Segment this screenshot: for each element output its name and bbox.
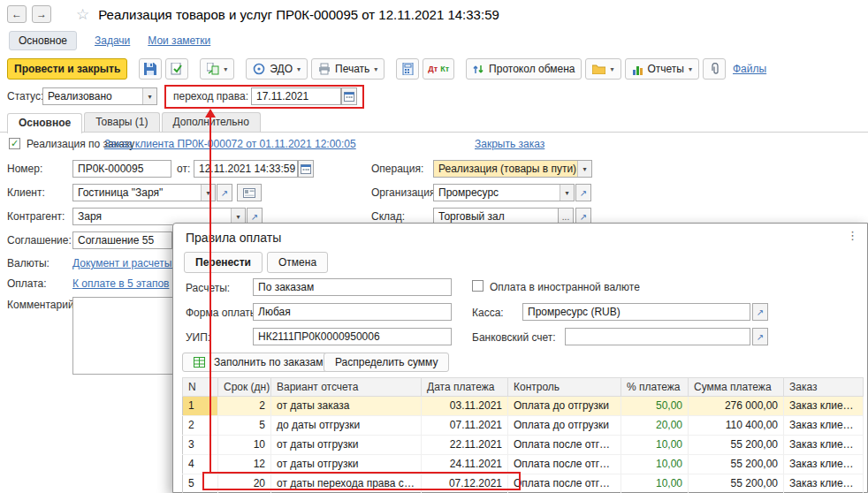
table-row[interactable]: 1 2 от даты заказа 03.11.2021 Оплата до … xyxy=(183,397,864,416)
cell-date[interactable]: 24.11.2021 xyxy=(422,455,508,474)
tab-main[interactable]: Основное xyxy=(9,31,77,50)
cell-n[interactable]: 1 xyxy=(183,397,218,416)
files-link[interactable]: Файлы xyxy=(733,63,766,75)
agreement-input[interactable]: Соглашение 55 xyxy=(72,231,172,249)
cell-control[interactable]: Оплата до отгрузки xyxy=(508,397,621,416)
doc-tab-goods[interactable]: Товары (1) xyxy=(84,112,159,132)
cell-order[interactable]: Заказ клиен... xyxy=(784,397,864,416)
table-row[interactable]: 5 20 от даты перехода права соб... 07.12… xyxy=(183,474,864,493)
calendar-button[interactable] xyxy=(298,160,314,178)
col-header-control[interactable]: Контроль xyxy=(508,378,621,397)
cell-n[interactable]: 2 xyxy=(183,416,218,436)
back-button[interactable]: ← xyxy=(7,5,27,23)
cancel-button[interactable]: Отмена xyxy=(267,252,328,273)
cell-date[interactable]: 07.11.2021 xyxy=(422,416,508,436)
exchange-protocol-button[interactable]: Протокол обмена xyxy=(466,58,582,80)
cell-variant[interactable]: от даты отгрузки xyxy=(271,436,422,455)
attachment-button[interactable] xyxy=(703,58,726,80)
table-row[interactable]: 4 12 от даты отгрузки 24.11.2021 Оплата … xyxy=(183,455,864,474)
cell-date[interactable]: 07.12.2021 xyxy=(422,474,508,493)
cell-variant[interactable]: до даты отгрузки xyxy=(271,416,422,436)
col-header-variant[interactable]: Вариант отсчета xyxy=(271,378,422,397)
cell-sum[interactable]: 55 200,00 xyxy=(689,455,784,474)
print-button[interactable]: Печать ▾ xyxy=(311,58,385,80)
cell-percent[interactable]: 10,00 xyxy=(621,474,689,493)
cell-percent[interactable]: 20,00 xyxy=(621,416,689,436)
col-header-percent[interactable]: % платежа xyxy=(621,378,689,397)
document-and-settlements-link[interactable]: Документ и расчеты: xyxy=(72,257,175,269)
cell-variant[interactable]: от даты перехода права соб... xyxy=(271,474,422,493)
datetime-input[interactable]: 12.11.2021 14:33:59 xyxy=(194,160,298,178)
calendar-button[interactable] xyxy=(341,87,357,105)
settlements-input[interactable]: По заказам xyxy=(253,278,452,296)
save-button[interactable] xyxy=(139,58,162,80)
cell-order[interactable]: Заказ клиен... xyxy=(784,474,864,493)
comment-textarea[interactable] xyxy=(72,297,173,375)
cell-control[interactable]: Оплата после отгрузки xyxy=(508,474,621,493)
create-based-on-button[interactable]: ▾ xyxy=(200,58,234,80)
organization-select[interactable]: Промресурс ▾ xyxy=(433,184,575,201)
cell-n[interactable]: 4 xyxy=(183,455,218,474)
chevron-down-icon[interactable]: ▾ xyxy=(201,185,215,201)
col-header-date[interactable]: Дата платежа xyxy=(422,378,508,397)
cell-sum[interactable]: 110 400,00 xyxy=(689,416,784,436)
cell-days[interactable]: 10 xyxy=(218,436,271,455)
apply-button[interactable]: Перенести xyxy=(184,252,263,273)
doc-tab-main[interactable]: Основное xyxy=(7,113,82,133)
post-document-button[interactable] xyxy=(165,58,188,80)
cell-sum[interactable]: 55 200,00 xyxy=(689,436,784,455)
cell-variant[interactable]: от даты заказа xyxy=(271,397,422,416)
open-organization-button[interactable]: ↗ xyxy=(575,184,591,201)
table-row[interactable]: 3 10 от даты отгрузки 22.11.2021 Оплата … xyxy=(183,436,864,455)
cell-date[interactable]: 22.11.2021 xyxy=(422,436,508,455)
cell-n[interactable]: 3 xyxy=(183,436,218,455)
cell-sum[interactable]: 55 200,00 xyxy=(689,474,784,493)
post-and-close-button[interactable]: Провести и закрыть xyxy=(7,58,127,80)
cell-date[interactable]: 03.11.2021 xyxy=(422,397,508,416)
tab-my-notes[interactable]: Мои заметки xyxy=(148,34,210,47)
client-card-button[interactable] xyxy=(237,184,262,201)
cell-variant[interactable]: от даты отгрузки xyxy=(271,455,422,474)
reports-button[interactable]: Отчеты ▾ xyxy=(625,58,700,80)
cell-order[interactable]: Заказ клиен... xyxy=(784,436,864,455)
realization-by-order-checkbox[interactable]: ✓ xyxy=(9,138,20,149)
distribute-sum-button[interactable]: Распределить сумму xyxy=(324,353,449,372)
foreign-currency-checkbox[interactable] xyxy=(472,280,483,292)
bank-account-input[interactable] xyxy=(565,328,750,345)
open-client-button[interactable]: ↗ xyxy=(217,184,232,201)
edo-button[interactable]: ЭДО ▾ xyxy=(246,58,308,80)
cell-days[interactable]: 20 xyxy=(218,474,271,493)
open-cashdesk-button[interactable]: ↗ xyxy=(752,303,768,321)
chevron-down-icon[interactable]: ▾ xyxy=(577,161,591,177)
open-bank-account-button[interactable]: ↗ xyxy=(752,328,768,345)
status-select[interactable]: Реализовано ▾ xyxy=(42,87,157,105)
cell-order[interactable]: Заказ клиен... xyxy=(784,455,864,474)
tab-tasks[interactable]: Задачи xyxy=(95,34,130,47)
col-header-n[interactable]: N xyxy=(183,378,218,397)
cashdesk-input[interactable]: Промресурс (RUB) xyxy=(522,303,750,321)
forward-button[interactable]: → xyxy=(32,5,51,23)
table-row[interactable]: 2 5 до даты отгрузки 07.11.2021 Оплата д… xyxy=(183,416,864,436)
cell-percent[interactable]: 10,00 xyxy=(621,436,689,455)
doc-tab-additional[interactable]: Дополнительно xyxy=(162,112,261,132)
cell-percent[interactable]: 10,00 xyxy=(621,455,689,474)
cell-order[interactable]: Заказ клиен... xyxy=(784,416,864,436)
transfer-date-input[interactable]: 17.11.2021 xyxy=(251,87,341,105)
calculator-button[interactable] xyxy=(396,58,419,80)
cell-n[interactable]: 5 xyxy=(183,474,218,493)
favorite-star-icon[interactable]: ☆ xyxy=(76,5,89,24)
cell-control[interactable]: Оплата после отгрузки xyxy=(508,436,621,455)
cell-control[interactable]: Оплата до отгрузки xyxy=(508,416,621,436)
operation-select[interactable]: Реализация (товары в пути) ▾ xyxy=(433,160,592,178)
client-select[interactable]: Гостиница "Заря" ▾ xyxy=(72,184,216,201)
cell-days[interactable]: 5 xyxy=(218,416,271,436)
col-header-sum[interactable]: Сумма платежа xyxy=(689,378,784,397)
cell-days[interactable]: 2 xyxy=(218,397,271,416)
cell-percent[interactable]: 50,00 xyxy=(621,397,689,416)
number-input[interactable]: ПР0К-000095 xyxy=(72,160,171,178)
cell-days[interactable]: 12 xyxy=(218,455,271,474)
col-header-days[interactable]: Срок (дн) xyxy=(218,378,271,397)
chevron-down-icon[interactable]: ▾ xyxy=(560,185,574,201)
col-header-order[interactable]: Заказ xyxy=(784,378,864,397)
fill-by-orders-button[interactable]: Заполнить по заказам xyxy=(182,353,334,372)
